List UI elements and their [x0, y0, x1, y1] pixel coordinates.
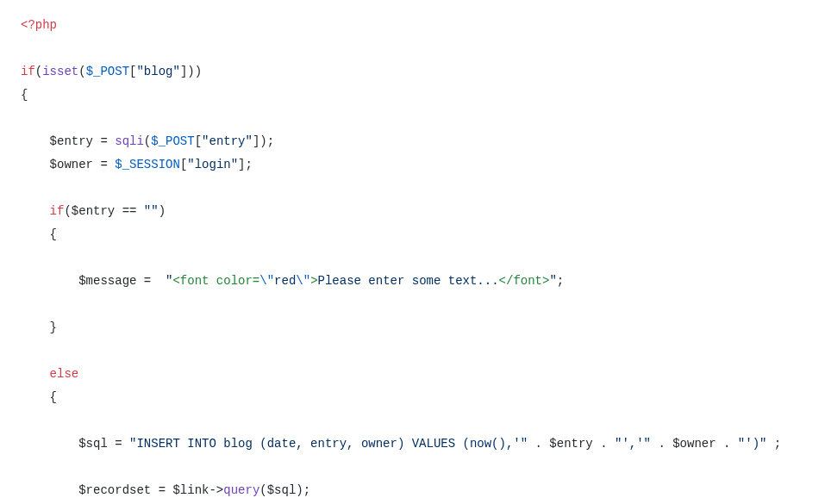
code-token: $_POST — [151, 134, 194, 148]
code-token: "blog" — [136, 65, 179, 78]
code-token: "INSERT INTO blog (date, entry, owner) V… — [129, 437, 528, 451]
code-token: $sql — [78, 437, 108, 451]
code-token — [21, 367, 50, 381]
code-line: $recordset = $link->query($sql); — [21, 483, 310, 497]
code-line: $entry = sqli($_POST["entry"]); — [21, 134, 274, 148]
code-token — [21, 134, 50, 148]
code-token: "','" — [615, 437, 651, 451]
code-token: $owner — [50, 158, 93, 171]
code-token: if — [50, 204, 65, 218]
code-line: if($entry == "") — [21, 204, 166, 218]
code-token: $_SESSION — [115, 158, 180, 171]
code-token: ( — [35, 65, 42, 78]
code-token — [21, 204, 50, 218]
code-token: isset — [42, 65, 78, 78]
code-token: </font> — [499, 274, 550, 288]
code-line: $owner = $_SESSION["login"]; — [21, 158, 253, 171]
code-token: sqli — [115, 134, 144, 148]
code-token: "')" — [738, 437, 767, 451]
code-token: $_POST — [86, 65, 129, 78]
code-token: ( — [78, 65, 85, 78]
code-line: { — [21, 227, 57, 241]
code-token: = — [93, 158, 115, 171]
code-token: . — [593, 437, 615, 451]
code-token: $entry — [549, 437, 592, 451]
code-token: ) — [159, 204, 166, 218]
code-token: Please enter some text... — [318, 274, 499, 288]
code-token: $entry — [72, 204, 115, 218]
code-token: ]); — [253, 134, 274, 148]
code-token: $recordset — [78, 483, 151, 497]
code-token — [21, 274, 78, 288]
code-line: $message = "<font color=\"red\">Please e… — [21, 274, 564, 288]
code-token: $owner — [672, 437, 716, 451]
code-token — [21, 483, 78, 497]
code-token: $message — [78, 274, 136, 288]
code-token: red — [274, 274, 296, 288]
code-line: { — [21, 88, 28, 102]
code-token: $entry — [50, 134, 93, 148]
code-token: . — [528, 437, 549, 451]
code-line: if(isset($_POST["blog"])) — [21, 65, 202, 78]
code-token: } — [21, 320, 57, 334]
code-token: $link — [172, 483, 209, 497]
code-token: \" — [296, 274, 310, 288]
code-token — [21, 437, 78, 451]
code-block: <?php if(isset($_POST["blog"])) { $entry… — [0, 0, 825, 504]
code-line: <?php — [21, 18, 57, 32]
code-token: = — [93, 134, 115, 148]
code-token: ); — [296, 483, 310, 497]
code-token: ( — [64, 204, 71, 218]
code-token: = — [108, 437, 129, 451]
code-token: "entry" — [202, 134, 253, 148]
code-token: "" — [144, 204, 159, 218]
code-token: . — [651, 437, 672, 451]
code-token: ; — [766, 437, 781, 451]
code-token: { — [21, 390, 57, 404]
code-token: { — [21, 88, 28, 102]
code-token: " — [549, 274, 556, 288]
code-token: ( — [259, 483, 266, 497]
code-token: [ — [195, 134, 202, 148]
code-token: "login" — [187, 158, 238, 171]
code-token — [21, 158, 50, 171]
code-token: -> — [209, 483, 223, 497]
code-token: <?php — [21, 18, 57, 32]
code-token: \" — [259, 274, 274, 288]
code-token: . — [716, 437, 738, 451]
code-line: { — [21, 390, 57, 404]
code-token: { — [21, 227, 57, 241]
code-token: $sql — [267, 483, 297, 497]
code-token: ])) — [180, 65, 202, 78]
code-token: query — [223, 483, 259, 497]
code-line: } — [21, 320, 57, 334]
code-token: ]; — [238, 158, 253, 171]
code-line: else — [21, 367, 78, 381]
code-token: == — [115, 204, 144, 218]
code-line: $sql = "INSERT INTO blog (date, entry, o… — [21, 437, 781, 451]
code-token: = — [136, 274, 166, 288]
code-token: if — [21, 65, 35, 78]
code-token: ( — [144, 134, 151, 148]
code-token: ; — [557, 274, 564, 288]
code-token: = — [151, 483, 172, 497]
code-token: else — [50, 367, 79, 381]
code-token: > — [310, 274, 317, 288]
code-token: <font color= — [172, 274, 259, 288]
